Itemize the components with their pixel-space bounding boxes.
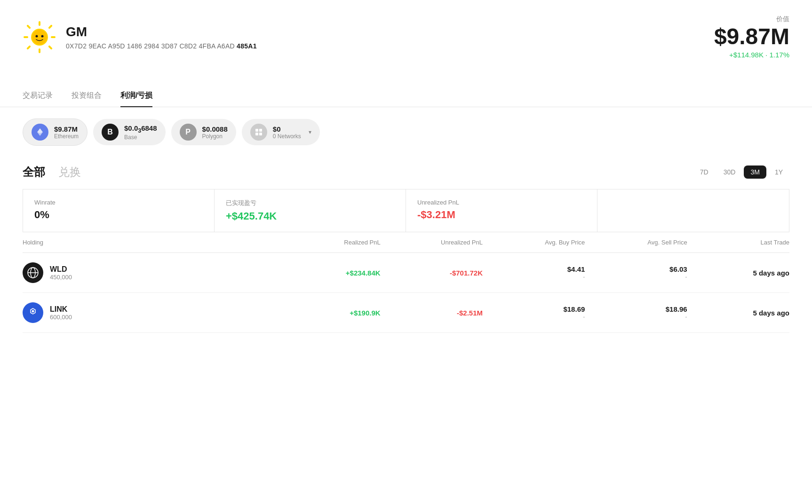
base-info: $0.036848 Base bbox=[124, 124, 157, 141]
network-pills: $9.87M Ethereum B $0.036848 Base P $0.00… bbox=[0, 107, 812, 157]
svg-rect-0 bbox=[39, 21, 40, 26]
wld-avg-sell: $6.03 - bbox=[585, 265, 687, 280]
pill-polygon[interactable]: P $0.0088 Polygon bbox=[171, 119, 236, 145]
table-header: Holding Realized PnL Unrealized PnL Avg.… bbox=[23, 232, 789, 253]
base-name: Base bbox=[124, 134, 157, 141]
th-unrealized: Unrealized PnL bbox=[381, 239, 483, 246]
polygon-info: $0.0088 Polygon bbox=[202, 125, 228, 140]
wld-unrealized: -$701.72K bbox=[381, 269, 483, 277]
networks-name: 0 Networks bbox=[273, 133, 301, 140]
tab-swap[interactable]: 兑换 bbox=[58, 165, 81, 180]
wld-info: WLD 450,000 bbox=[50, 265, 72, 281]
polygon-icon: P bbox=[180, 124, 197, 141]
networks-icon bbox=[250, 124, 267, 141]
wld-icon bbox=[23, 262, 43, 283]
header-info: GM 0X7D2 9EAC A95D 1486 2984 3D87 C8D2 4… bbox=[66, 24, 257, 50]
portfolio-value: $9.87M bbox=[714, 25, 789, 48]
tab-transactions[interactable]: 交易记录 bbox=[23, 85, 53, 107]
link-last-trade: 5 days ago bbox=[687, 309, 789, 317]
link-realized: +$190.9K bbox=[278, 309, 380, 317]
content-header: 全部 兑换 7D 30D 3M 1Y bbox=[23, 157, 789, 189]
eth-name: Ethereum bbox=[54, 133, 79, 140]
wallet-address: 0X7D2 9EAC A95D 1486 2984 3D87 C8D2 4FBA… bbox=[66, 42, 257, 50]
eth-value: $9.87M bbox=[54, 125, 79, 133]
networks-value: $0 bbox=[273, 125, 301, 133]
stat-realized: 已实现盈亏 +$425.74K bbox=[215, 189, 406, 232]
svg-rect-15 bbox=[259, 133, 262, 135]
pill-base[interactable]: B $0.036848 Base bbox=[93, 119, 166, 145]
link-unrealized: -$2.51M bbox=[381, 309, 483, 317]
svg-rect-5 bbox=[48, 24, 53, 29]
svg-point-9 bbox=[32, 30, 47, 45]
stats-row: Winrate 0% 已实现盈亏 +$425.74K Unrealized Pn… bbox=[23, 189, 789, 232]
header-left: GM 0X7D2 9EAC A95D 1486 2984 3D87 C8D2 4… bbox=[23, 20, 257, 54]
svg-rect-12 bbox=[255, 129, 258, 132]
filter-3m[interactable]: 3M bbox=[744, 165, 766, 179]
eth-icon bbox=[32, 124, 48, 141]
filter-1y[interactable]: 1Y bbox=[768, 165, 789, 179]
svg-rect-7 bbox=[48, 45, 53, 50]
th-avg-sell: Avg. Sell Price bbox=[585, 239, 687, 246]
portfolio-change: +$114.98K · 1.17% bbox=[714, 51, 789, 59]
tabs-bar: 交易记录 投资组合 利润/亏损 bbox=[0, 85, 812, 107]
avatar bbox=[23, 20, 56, 54]
svg-rect-6 bbox=[26, 45, 31, 50]
holding-wld: WLD 450,000 bbox=[23, 262, 278, 283]
tab-portfolio[interactable]: 投资组合 bbox=[72, 85, 102, 107]
eth-info: $9.87M Ethereum bbox=[54, 125, 79, 140]
th-avg-buy: Avg. Buy Price bbox=[483, 239, 585, 246]
pill-networks[interactable]: $0 0 Networks ▾ bbox=[242, 119, 320, 145]
wld-realized: +$234.84K bbox=[278, 269, 380, 277]
svg-point-10 bbox=[36, 35, 38, 37]
base-icon: B bbox=[102, 124, 119, 141]
header: GM 0X7D2 9EAC A95D 1486 2984 3D87 C8D2 4… bbox=[0, 0, 812, 70]
link-avg-buy: $18.69 - bbox=[483, 305, 585, 320]
tab-all[interactable]: 全部 bbox=[23, 165, 45, 180]
svg-rect-2 bbox=[24, 36, 28, 38]
table-row: WLD 450,000 +$234.84K -$701.72K $4.41 - … bbox=[23, 253, 789, 293]
filter-7d[interactable]: 7D bbox=[693, 165, 715, 179]
stat-unrealized: Unrealized PnL -$3.21M bbox=[406, 189, 597, 232]
svg-rect-14 bbox=[255, 133, 258, 135]
svg-point-11 bbox=[41, 35, 44, 37]
filter-30d[interactable]: 30D bbox=[717, 165, 742, 179]
svg-rect-13 bbox=[259, 129, 262, 132]
stat-empty bbox=[597, 189, 789, 232]
value-label: 价值 bbox=[714, 15, 789, 24]
stat-winrate: Winrate 0% bbox=[23, 189, 215, 232]
table-row: LINK 600,000 +$190.9K -$2.51M $18.69 - $… bbox=[23, 293, 789, 333]
link-avg-sell: $18.96 - bbox=[585, 305, 687, 320]
tab-pnl[interactable]: 利润/亏损 bbox=[120, 85, 152, 107]
svg-point-19 bbox=[32, 310, 34, 313]
content-area: 全部 兑换 7D 30D 3M 1Y Winrate 0% 已实现盈亏 +$42… bbox=[0, 157, 812, 333]
link-info: LINK 600,000 bbox=[50, 305, 72, 321]
pill-ethereum[interactable]: $9.87M Ethereum bbox=[23, 118, 88, 146]
account-name: GM bbox=[66, 24, 257, 39]
holding-link: LINK 600,000 bbox=[23, 302, 278, 323]
polygon-value: $0.0088 bbox=[202, 125, 228, 133]
link-icon bbox=[23, 302, 43, 323]
header-right: 价值 $9.87M +$114.98K · 1.17% bbox=[714, 15, 789, 59]
wld-avg-buy: $4.41 - bbox=[483, 265, 585, 280]
time-filters: 7D 30D 3M 1Y bbox=[693, 165, 789, 179]
chevron-down-icon: ▾ bbox=[309, 129, 311, 135]
networks-info: $0 0 Networks bbox=[273, 125, 301, 140]
svg-rect-4 bbox=[26, 24, 31, 29]
wld-last-trade: 5 days ago bbox=[687, 269, 789, 277]
th-holding: Holding bbox=[23, 239, 278, 246]
th-realized: Realized PnL bbox=[278, 239, 380, 246]
svg-rect-3 bbox=[51, 36, 56, 38]
base-value: $0.036848 bbox=[124, 124, 157, 134]
polygon-name: Polygon bbox=[202, 133, 228, 140]
content-tabs: 全部 兑换 bbox=[23, 165, 81, 180]
th-last-trade: Last Trade bbox=[687, 239, 789, 246]
svg-rect-1 bbox=[39, 48, 40, 53]
